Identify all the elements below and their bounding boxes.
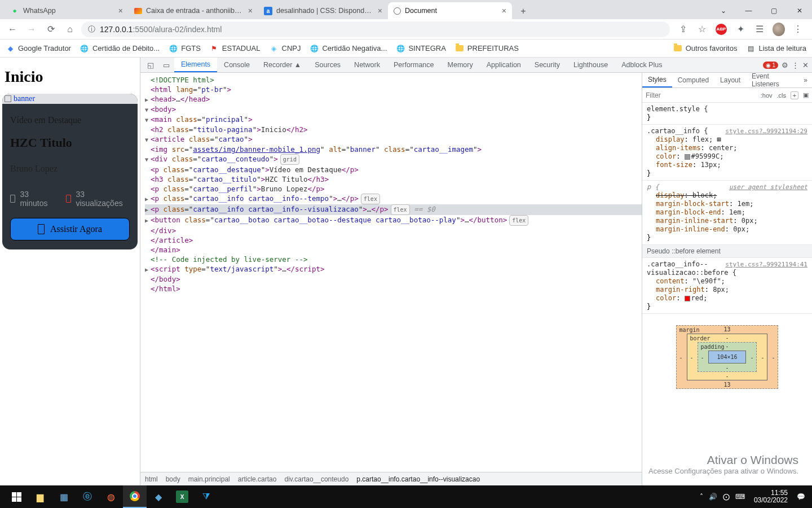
new-rule-button[interactable]: + <box>791 91 798 99</box>
bookmark-item[interactable]: PREFEITURAS <box>455 44 519 53</box>
file-explorer-icon[interactable]: ▆ <box>28 485 52 508</box>
dom-line[interactable]: <p class="cartao__perfil">Bruno Lopez</p… <box>145 184 642 194</box>
tab-security[interactable]: Security <box>528 58 567 72</box>
close-devtools-icon[interactable]: ✕ <box>802 61 809 69</box>
start-button[interactable] <box>5 485 28 508</box>
caret-down-icon[interactable]: ⌄ <box>710 2 736 19</box>
dom-line[interactable]: ▶<p class="cartao__info cartao__info--vi… <box>145 204 642 215</box>
tab-gmail[interactable]: Caixa de entrada - anthoniibs@g × <box>129 2 258 19</box>
new-tab-button[interactable]: + <box>515 3 531 19</box>
box-model[interactable]: margin 13 13 -- border -- -- padding -- <box>642 314 812 400</box>
dom-line[interactable]: <!-- Code injected by live-server --> <box>145 255 642 264</box>
dom-line[interactable]: <img src="assets/img/banner-mobile_1.png… <box>145 144 642 154</box>
crumb[interactable]: div.cartao__conteudo <box>284 475 348 483</box>
ie-icon[interactable]: ⓔ <box>76 485 99 508</box>
tray-volume-icon[interactable]: 🔊 <box>709 493 717 501</box>
dom-line[interactable]: ▶<p class="cartao__info cartao__info--te… <box>145 194 642 204</box>
profile-avatar[interactable] <box>773 23 785 36</box>
dom-line[interactable]: </body> <box>145 274 642 284</box>
dom-line[interactable]: <h3 class="cartao__titulo">HZC Titulo</h… <box>145 174 642 184</box>
rule-src-link[interactable]: style.css?…99921194:29 <box>725 127 807 135</box>
dom-line[interactable]: <h2 class="titulo-pagina">Inicio</h2> <box>145 125 642 134</box>
bookmark-other[interactable]: Outros favoritos <box>673 44 738 53</box>
reading-list-icon[interactable]: ☰ <box>753 23 766 36</box>
tab-elements[interactable]: Elements <box>174 58 217 72</box>
close-window-button[interactable]: ✕ <box>787 2 812 19</box>
tray-up-icon[interactable]: ˄ <box>700 493 703 501</box>
close-icon[interactable]: × <box>502 6 506 15</box>
more-tabs-icon[interactable]: » <box>799 76 812 84</box>
dom-line[interactable]: <!DOCTYPE html> <box>145 75 642 85</box>
tab-recorder[interactable]: Recorder ▲ <box>257 58 308 72</box>
minimize-button[interactable]: — <box>736 2 761 19</box>
tab-network[interactable]: Network <box>347 58 387 72</box>
sidetab-event-listeners[interactable]: Event Listeners <box>746 73 799 87</box>
dom-line[interactable]: ▶<button class="cartao__botao cartao__bo… <box>145 215 642 226</box>
extensions-icon[interactable]: ✦ <box>734 23 747 36</box>
breadcrumb-trail[interactable]: html body main.principal article.cartao … <box>140 472 642 485</box>
dom-line[interactable]: ▼<main class="principal"> <box>145 115 642 125</box>
dom-line[interactable]: <p class="cartao__destaque">Vídeo em Des… <box>145 165 642 174</box>
rule-element-style[interactable]: element.style { } <box>642 103 812 125</box>
styles-filter-input[interactable] <box>646 91 756 99</box>
color-swatch-icon[interactable] <box>685 296 690 301</box>
bookmark-item[interactable]: 🌐SINTEGRA <box>396 44 445 53</box>
tab-whatsapp[interactable]: ● WhatsApp × <box>5 2 129 19</box>
bookmark-reading-list[interactable]: ▤Lista de leitura <box>746 44 806 53</box>
cls-toggle[interactable]: .cls <box>777 92 787 99</box>
close-icon[interactable]: × <box>118 6 123 15</box>
crumb[interactable]: p.cartao__info.cartao__info--visualizaca… <box>356 475 480 483</box>
menu-icon[interactable]: ⋮ <box>792 23 804 36</box>
settings-icon[interactable]: ⚙ <box>782 61 788 69</box>
maximize-button[interactable]: ▢ <box>761 2 787 19</box>
dom-line[interactable]: </main> <box>145 245 642 255</box>
device-toggle-icon[interactable]: ▭ <box>158 58 174 72</box>
taskbar-clock[interactable]: 11:55 03/02/2022 <box>751 489 791 504</box>
tab-alura[interactable]: a desalinhado | CSS: Dispondo ele × <box>258 2 388 19</box>
tab-document[interactable]: Document × <box>388 2 512 19</box>
firefox-icon[interactable]: ◍ <box>99 485 123 508</box>
tab-adblock[interactable]: Adblock Plus <box>615 58 669 72</box>
inspect-icon[interactable]: ◱ <box>143 58 158 72</box>
tray-lang-icon[interactable]: ⌨ <box>735 493 745 501</box>
tab-console[interactable]: Console <box>217 58 257 72</box>
rule-visualizacao-before[interactable]: style.css?…99921194:41 .cartao__info--vi… <box>642 258 812 314</box>
bookmark-item[interactable]: 🌐Certidão Negativa... <box>310 44 387 53</box>
tray-network-icon[interactable]: ⨀ <box>723 493 730 501</box>
reload-button[interactable]: ⟳ <box>43 21 59 37</box>
notifications-icon[interactable]: 💬 <box>797 493 805 501</box>
toggle-panel-icon[interactable]: ▣ <box>803 91 809 99</box>
sidetab-layout[interactable]: Layout <box>714 73 746 87</box>
crumb[interactable]: body <box>166 475 180 483</box>
vscode-icon[interactable]: ⧩ <box>194 485 218 508</box>
chrome-icon[interactable] <box>123 485 147 508</box>
bookmark-item[interactable]: ⚑ESTADUAL <box>210 44 261 53</box>
dom-line[interactable]: ▶<script type="text/javascript">…</scrip… <box>145 264 642 274</box>
share-icon[interactable]: ⇪ <box>677 23 689 36</box>
crumb[interactable]: main.principal <box>188 475 230 483</box>
tab-application[interactable]: Application <box>480 58 528 72</box>
bookmark-item[interactable]: ◈CNPJ <box>270 44 301 53</box>
color-swatch-icon[interactable] <box>685 154 690 160</box>
crumb[interactable]: article.cartao <box>238 475 277 483</box>
dom-line[interactable]: <html lang="pt-br"> <box>145 85 642 94</box>
address-bar[interactable]: ⓘ 127.0.0.1:5500/alura-02/index.html <box>81 21 670 37</box>
elements-tree[interactable]: <!DOCTYPE html><html lang="pt-br">▶<head… <box>140 73 642 472</box>
kebab-icon[interactable]: ⋮ <box>792 61 799 69</box>
excel-icon[interactable]: X <box>176 491 188 503</box>
back-button[interactable]: ← <box>5 21 20 37</box>
flex-editor-icon[interactable]: ⊞ <box>717 135 721 143</box>
calculator-icon[interactable]: ▦ <box>52 485 76 508</box>
dom-line[interactable]: </html> <box>145 284 642 294</box>
error-count-badge[interactable]: ◉ 1 <box>763 62 778 69</box>
sidetab-styles[interactable]: Styles <box>642 73 672 87</box>
abp-icon[interactable]: ABP <box>715 23 727 36</box>
tab-lighthouse[interactable]: Lighthouse <box>567 58 615 72</box>
bookmark-item[interactable]: ◆Google Tradutor <box>6 44 71 53</box>
tab-sources[interactable]: Sources <box>308 58 347 72</box>
dom-line[interactable]: ▼<body> <box>145 104 642 115</box>
dom-line[interactable]: ▶<head>…</head> <box>145 94 642 104</box>
crumb[interactable]: html <box>145 475 158 483</box>
forward-button[interactable]: → <box>24 21 39 37</box>
close-icon[interactable]: × <box>378 6 382 15</box>
